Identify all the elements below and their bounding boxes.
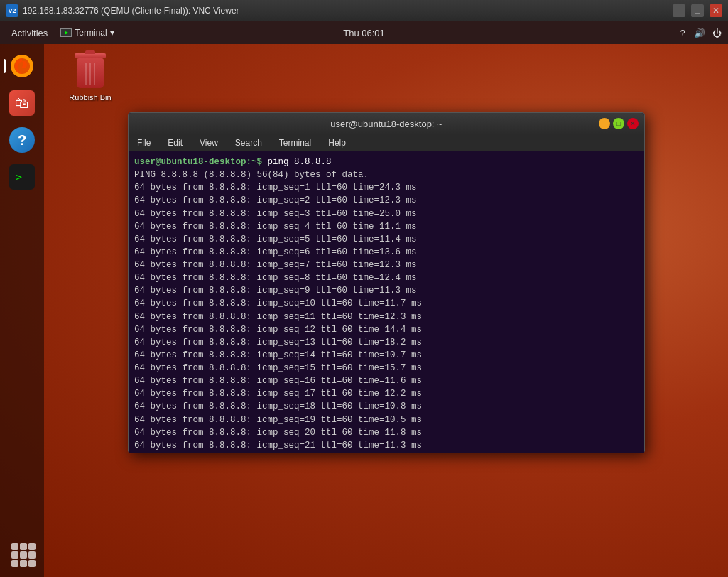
- terminal-window-controls: ─ □ ✕: [599, 118, 639, 129]
- dock-item-firefox[interactable]: [6, 50, 38, 82]
- terminal-body[interactable]: user@ubuntu18-desktop:~$ ping 8.8.8.8 PI…: [129, 151, 644, 453]
- terminal-cursor-line: [134, 452, 639, 453]
- menu-file[interactable]: File: [134, 138, 153, 148]
- vnc-title-left: V2 192.168.1.83:32776 (QEMU (Cliente-Fin…: [6, 4, 239, 17]
- terminal-output-line: 64 bytes from 8.8.8.8: icmp_seq=4 ttl=60…: [134, 220, 639, 233]
- terminal-output-line: 64 bytes from 8.8.8.8: icmp_seq=17 ttl=6…: [134, 387, 639, 400]
- terminal-output-line: 64 bytes from 8.8.8.8: icmp_seq=8 ttl=60…: [134, 271, 639, 284]
- vnc-maximize-button[interactable]: □: [691, 4, 704, 17]
- dock-item-help[interactable]: ?: [6, 124, 38, 156]
- vnc-close-button[interactable]: ✕: [710, 4, 722, 17]
- rubbish-bin-icon: [73, 53, 107, 90]
- appstore-icon: 🛍: [9, 90, 35, 116]
- vnc-logo: V2: [6, 4, 18, 17]
- bin-body: [77, 58, 104, 88]
- terminal-dock-icon: >_: [9, 164, 35, 190]
- application-dock: 🛍 ? >_: [0, 44, 44, 577]
- dock-item-terminal[interactable]: >_: [6, 161, 38, 193]
- menu-help[interactable]: Help: [325, 138, 349, 148]
- firefox-icon: [9, 53, 35, 79]
- terminal-output-line: 64 bytes from 8.8.8.8: icmp_seq=15 ttl=6…: [134, 362, 639, 374]
- terminal-output-line: 64 bytes from 8.8.8.8: icmp_seq=19 ttl=6…: [134, 414, 639, 426]
- dock-item-show-apps[interactable]: [6, 537, 38, 570]
- terminal-close-button[interactable]: ✕: [627, 118, 639, 129]
- terminal-panel-button[interactable]: ▶ Terminal ▾: [55, 21, 119, 44]
- terminal-output-line: 64 bytes from 8.8.8.8: icmp_seq=3 ttl=60…: [134, 207, 639, 220]
- terminal-command: ping 8.8.8.8: [262, 157, 332, 167]
- terminal-output-line: 64 bytes from 8.8.8.8: icmp_seq=18 ttl=6…: [134, 400, 639, 413]
- terminal-minimize-button[interactable]: ─: [599, 118, 610, 129]
- terminal-output-line: 64 bytes from 8.8.8.8: icmp_seq=10 ttl=6…: [134, 297, 639, 310]
- terminal-output-line: 64 bytes from 8.8.8.8: icmp_seq=21 ttl=6…: [134, 439, 639, 452]
- terminal-output-line: 64 bytes from 8.8.8.8: icmp_seq=1 ttl=60…: [134, 181, 639, 194]
- terminal-prompt: user@ubuntu18-desktop:~$: [134, 157, 262, 167]
- terminal-output-line: 64 bytes from 8.8.8.8: icmp_seq=16 ttl=6…: [134, 374, 639, 387]
- panel-left: Activities ▶ Terminal ▾: [6, 21, 120, 44]
- terminal-window: user@ubuntu18-desktop: ~ ─ □ ✕ File Edit…: [128, 112, 645, 453]
- activities-button[interactable]: Activities: [6, 21, 53, 44]
- audio-icon[interactable]: 🔊: [694, 27, 705, 38]
- terminal-output-line: 64 bytes from 8.8.8.8: icmp_seq=2 ttl=60…: [134, 194, 639, 207]
- menu-view[interactable]: View: [197, 138, 221, 148]
- panel-clock: Thu 06:01: [343, 28, 385, 38]
- terminal-output-line: 64 bytes from 8.8.8.8: icmp_seq=11 ttl=6…: [134, 311, 639, 323]
- menu-search[interactable]: Search: [232, 138, 265, 148]
- vnc-titlebar: V2 192.168.1.83:32776 (QEMU (Cliente-Fin…: [0, 0, 728, 21]
- terminal-dropdown-arrow: ▾: [110, 28, 114, 38]
- terminal-output-line: 64 bytes from 8.8.8.8: icmp_seq=6 ttl=60…: [134, 246, 639, 259]
- power-icon[interactable]: ⏻: [711, 27, 722, 38]
- dock-item-appstore[interactable]: 🛍: [6, 87, 38, 119]
- terminal-title: user@ubuntu18-desktop: ~: [330, 119, 442, 129]
- terminal-panel-icon: ▶: [60, 28, 72, 37]
- terminal-output-line: 64 bytes from 8.8.8.8: icmp_seq=14 ttl=6…: [134, 349, 639, 362]
- help-panel-icon[interactable]: ?: [677, 27, 688, 38]
- menu-edit[interactable]: Edit: [165, 138, 185, 148]
- terminal-output: PING 8.8.8.8 (8.8.8.8) 56(84) bytes of d…: [134, 168, 639, 452]
- terminal-output-line: 64 bytes from 8.8.8.8: icmp_seq=9 ttl=60…: [134, 284, 639, 297]
- terminal-menubar: File Edit View Search Terminal Help: [129, 134, 644, 151]
- terminal-output-line: 64 bytes from 8.8.8.8: icmp_seq=13 ttl=6…: [134, 336, 639, 349]
- terminal-output-line: 64 bytes from 8.8.8.8: icmp_seq=20 ttl=6…: [134, 426, 639, 439]
- terminal-panel-label: Terminal: [75, 28, 107, 38]
- bin-lid: [75, 53, 106, 58]
- terminal-output-line: 64 bytes from 8.8.8.8: icmp_seq=12 ttl=6…: [134, 323, 639, 336]
- help-icon: ?: [9, 127, 35, 153]
- ubuntu-top-panel: Activities ▶ Terminal ▾ Thu 06:01 ? 🔊 ⏻: [0, 21, 728, 44]
- terminal-maximize-button[interactable]: □: [613, 118, 624, 129]
- terminal-titlebar: user@ubuntu18-desktop: ~ ─ □ ✕: [129, 113, 644, 134]
- terminal-output-line: PING 8.8.8.8 (8.8.8.8) 56(84) bytes of d…: [134, 168, 639, 181]
- vnc-title-text: 192.168.1.83:32776 (QEMU (Cliente-Final)…: [23, 6, 239, 16]
- apps-grid-icon: [9, 541, 35, 566]
- menu-terminal[interactable]: Terminal: [276, 138, 314, 148]
- terminal-prompt-line: user@ubuntu18-desktop:~$ ping 8.8.8.8: [134, 156, 639, 168]
- rubbish-bin[interactable]: Rubbish Bin: [58, 53, 122, 102]
- panel-right: ? 🔊 ⏻: [677, 27, 722, 38]
- terminal-output-line: 64 bytes from 8.8.8.8: icmp_seq=5 ttl=60…: [134, 233, 639, 246]
- vnc-minimize-button[interactable]: ─: [673, 4, 685, 17]
- rubbish-bin-label: Rubbish Bin: [58, 93, 122, 102]
- vnc-window-controls: ─ □ ✕: [673, 4, 722, 17]
- terminal-output-line: 64 bytes from 8.8.8.8: icmp_seq=7 ttl=60…: [134, 259, 639, 271]
